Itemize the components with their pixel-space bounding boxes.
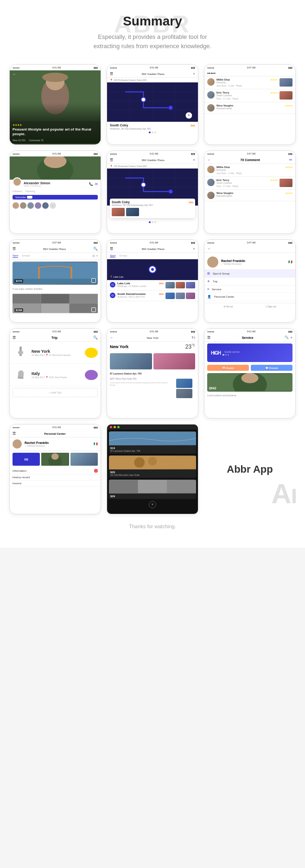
spot-img-1a bbox=[165, 282, 175, 288]
status-bar-6: ●●●●● 9:47 AM ▮▮▮ bbox=[204, 151, 295, 156]
phone-13-personal: ●●●●● 9:41 AM ▮▮▮ ☰ Personal Center Rach… bbox=[9, 424, 101, 514]
hamburger-icon-7[interactable]: ☰ bbox=[13, 431, 16, 436]
tablet-card-1[interactable]: $19 97 Laurence Station Apt. 705 bbox=[109, 431, 196, 454]
personal-avatar bbox=[13, 439, 22, 449]
tablet-card-2-svg bbox=[109, 456, 196, 469]
tablet-price-3: $09 bbox=[110, 495, 195, 498]
svg-point-3 bbox=[42, 73, 68, 82]
add-icon[interactable]: + bbox=[193, 72, 195, 76]
tablet-header bbox=[107, 425, 198, 430]
menu-item-trip[interactable]: ✈ Trip bbox=[204, 278, 295, 286]
spot-list-item-2[interactable]: 02 South Demetriusview Join Anderson, 46… bbox=[107, 291, 198, 301]
comment-avatar-1 bbox=[207, 166, 215, 173]
article-title: Peasant lifestyle and popular art of the… bbox=[13, 127, 98, 137]
add-icon-4[interactable]: + bbox=[193, 247, 195, 251]
spot-card-2[interactable]: $159 bbox=[13, 293, 98, 314]
comment-content-1: Millie Diaz Kentucky ★★★★ Just Now · 1 L… bbox=[216, 166, 292, 175]
search-icon-3[interactable]: 🔍 bbox=[93, 247, 98, 251]
search-icon-6[interactable]: 🔍 bbox=[285, 336, 289, 340]
phone-1-peasant: ●●●●● 9:41 AM ▮▮▮ ← ★★★★ Pea bbox=[9, 64, 101, 145]
svg-point-25 bbox=[141, 182, 146, 187]
weather-photo-2 bbox=[153, 353, 196, 369]
tablet-title-1: 97 Laurence Station Apt. 705 bbox=[110, 450, 195, 452]
add-icon-6[interactable]: + bbox=[290, 336, 292, 340]
menu-item-spot[interactable]: ⊞ Spot & Group bbox=[204, 270, 295, 278]
back-arrow[interactable]: ← bbox=[13, 72, 16, 76]
footer-text: Thanks for watching. bbox=[129, 524, 176, 529]
back-arrow-weather[interactable]: ← bbox=[110, 336, 114, 340]
menu-item-personal[interactable]: 👤 Personal Center bbox=[204, 293, 295, 301]
setup-btn[interactable]: ⚙ Set up bbox=[223, 305, 233, 308]
phone-3-reviews: ●●●●● 9:47 AM ▮▮▮ ●●●●● Millie Diaz Kent… bbox=[204, 64, 296, 145]
forum-button[interactable]: 💬 Forum bbox=[251, 365, 292, 371]
status-bar-12: ●●●●● 9:41 AM ▮▮▮ bbox=[204, 329, 295, 334]
newyork-skyline bbox=[13, 344, 29, 361]
back-arrow-menu[interactable]: ← bbox=[207, 247, 211, 251]
tab-spot[interactable]: Spot bbox=[13, 254, 18, 258]
guide-button[interactable]: 📖 Guide bbox=[207, 365, 249, 371]
edit-icon[interactable]: ✏ bbox=[289, 158, 292, 162]
place-img-1 bbox=[112, 208, 125, 216]
tab-spot-2[interactable]: Spot bbox=[110, 254, 115, 257]
review-meta-2: Now · 17 Like · Reply bbox=[216, 97, 278, 100]
personal-menu-information[interactable]: Information 1 bbox=[10, 468, 101, 475]
hamburger-icon[interactable]: ☰ bbox=[110, 72, 113, 76]
hamburger-icon-5[interactable]: ☰ bbox=[13, 336, 16, 340]
menu-item-service[interactable]: ≡ Service bbox=[204, 286, 295, 293]
add-trip-button[interactable]: + Add Trip bbox=[13, 388, 98, 397]
view-toggle[interactable]: ⊞ ≡ bbox=[92, 254, 98, 258]
search-icon-5[interactable]: 🔍 bbox=[93, 336, 98, 340]
hamburger-icon-6[interactable]: ☰ bbox=[207, 336, 210, 340]
tablet-card-1-info: $19 97 Laurence Station Apt. 705 bbox=[109, 445, 196, 454]
svg-point-42 bbox=[151, 268, 154, 271]
place-card-address: Anderson, 36 Yost Expressway Apt. 947 bbox=[112, 204, 193, 206]
weather-photos-row bbox=[107, 352, 198, 371]
trip-item-italy[interactable]: Italy 14 May 2017 📍 3131 Sioe Prairie bbox=[10, 364, 101, 386]
hamburger-icon-2[interactable]: ☰ bbox=[110, 158, 113, 162]
review-stars-1: ★★★★ bbox=[270, 78, 278, 84]
bookmark-icon-2[interactable] bbox=[91, 307, 96, 312]
phone-5-mapcard: ●●●●● 9:41 AM ▮▮▮ ☰ 894 Viadder Plaza + … bbox=[107, 150, 198, 234]
trip-item-newyork[interactable]: New York 14 May 2017 📍 41 Richmond Squar… bbox=[10, 342, 101, 364]
tab-group-2[interactable]: Group bbox=[119, 254, 127, 257]
spot-list-item-1[interactable]: 01 Lake Lula Join Middlings, 14 Hidden L… bbox=[107, 280, 198, 291]
tablet-card-3[interactable]: $09 bbox=[109, 480, 196, 499]
back-arrow-comments[interactable]: ← bbox=[207, 158, 211, 162]
hamburger-icon-4[interactable]: ☰ bbox=[110, 247, 113, 251]
personal-menu-invoice[interactable]: Invoice bbox=[10, 481, 101, 487]
reviews-header: ●●●●● bbox=[204, 70, 295, 76]
service-banner: HiGH Quality service bbox=[207, 343, 292, 362]
personal-header: ☰ Personal Center bbox=[10, 430, 101, 437]
bookmark-icon[interactable] bbox=[91, 278, 96, 283]
reviewer-avatar-3 bbox=[207, 104, 215, 112]
menu-user-name: Rachel Franklin bbox=[221, 259, 245, 262]
svg-rect-32 bbox=[13, 279, 98, 284]
address-bar-2: 📍 130 Prohaska Greens Suite 940 bbox=[107, 164, 198, 169]
svg-rect-56 bbox=[109, 432, 196, 445]
info-badge: 1 bbox=[94, 469, 98, 473]
svg-rect-38 bbox=[41, 304, 70, 313]
hamburger-icon-3[interactable]: ☰ bbox=[13, 247, 16, 251]
tablet-content: $19 97 Laurence Station Apt. 705 bbox=[107, 430, 198, 510]
map-view[interactable]: + bbox=[107, 82, 198, 122]
tablet-card-2[interactable]: $29 16 Clint Mountain view Suite bbox=[109, 456, 196, 478]
tab-group[interactable]: Group bbox=[22, 254, 30, 258]
profile-hero bbox=[10, 156, 101, 180]
reviewer-location-1: Kentucky bbox=[216, 81, 230, 84]
service-buttons: 📖 Guide 💬 Forum bbox=[204, 364, 295, 372]
abbr-title-container: Abbr App bbox=[227, 463, 273, 475]
personal-menu-history[interactable]: History record bbox=[10, 475, 101, 481]
close-button[interactable]: ✕ bbox=[149, 501, 156, 508]
add-icon-2[interactable]: + bbox=[193, 158, 195, 162]
mail-icon[interactable]: ✉ bbox=[95, 182, 98, 186]
signout-btn[interactable]: ⎋ Sign out bbox=[266, 305, 276, 308]
phone-icon[interactable]: 📞 bbox=[89, 182, 93, 186]
spot-card-1[interactable]: $379 bbox=[13, 262, 98, 285]
spot-join-1[interactable]: Join bbox=[159, 282, 164, 285]
trip-blob-ny bbox=[85, 348, 98, 358]
comment-avatar-2 bbox=[207, 179, 215, 186]
subscribe-button[interactable]: Subscribe bbox=[13, 195, 98, 200]
trip-header: ☰ Trip 🔍 bbox=[10, 334, 101, 342]
spot-join-2[interactable]: Join bbox=[159, 293, 164, 295]
personal-flag: 🇮🇹 bbox=[94, 442, 98, 446]
